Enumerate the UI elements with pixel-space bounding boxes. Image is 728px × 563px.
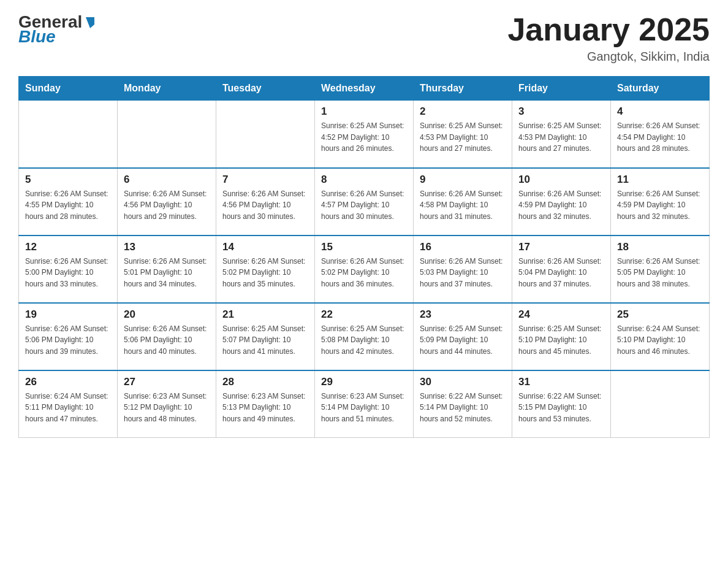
day-number: 4 bbox=[617, 105, 703, 118]
day-info: Sunrise: 6:26 AM Sunset: 5:06 PM Dayligh… bbox=[124, 323, 210, 358]
day-info: Sunrise: 6:26 AM Sunset: 4:57 PM Dayligh… bbox=[321, 188, 407, 223]
calendar-cell-w4-d1: 19Sunrise: 6:26 AM Sunset: 5:06 PM Dayli… bbox=[19, 303, 118, 370]
day-number: 12 bbox=[25, 241, 111, 253]
day-number: 3 bbox=[518, 105, 604, 118]
calendar-cell-w4-d5: 23Sunrise: 6:25 AM Sunset: 5:09 PM Dayli… bbox=[414, 303, 512, 370]
day-number: 2 bbox=[420, 105, 506, 118]
day-info: Sunrise: 6:22 AM Sunset: 5:15 PM Dayligh… bbox=[518, 391, 604, 425]
calendar-cell-w4-d4: 22Sunrise: 6:25 AM Sunset: 5:08 PM Dayli… bbox=[315, 303, 414, 370]
day-number: 14 bbox=[222, 241, 308, 253]
calendar-week-5: 26Sunrise: 6:24 AM Sunset: 5:11 PM Dayli… bbox=[19, 370, 710, 438]
day-number: 28 bbox=[222, 376, 308, 388]
calendar-cell-w1-d2 bbox=[118, 101, 216, 168]
calendar-cell-w3-d7: 18Sunrise: 6:26 AM Sunset: 5:05 PM Dayli… bbox=[611, 236, 710, 303]
calendar-week-3: 12Sunrise: 6:26 AM Sunset: 5:00 PM Dayli… bbox=[19, 236, 710, 303]
header-sunday: Sunday bbox=[19, 77, 118, 101]
calendar-cell-w4-d6: 24Sunrise: 6:25 AM Sunset: 5:10 PM Dayli… bbox=[512, 303, 611, 370]
day-info: Sunrise: 6:25 AM Sunset: 4:53 PM Dayligh… bbox=[420, 120, 506, 155]
day-number: 17 bbox=[518, 241, 604, 253]
day-info: Sunrise: 6:26 AM Sunset: 4:55 PM Dayligh… bbox=[25, 188, 111, 223]
calendar-cell-w4-d7: 25Sunrise: 6:24 AM Sunset: 5:10 PM Dayli… bbox=[611, 303, 710, 370]
header-saturday: Saturday bbox=[611, 77, 710, 101]
calendar-cell-w1-d3 bbox=[216, 101, 315, 168]
day-number: 11 bbox=[617, 174, 703, 186]
day-info: Sunrise: 6:23 AM Sunset: 5:13 PM Dayligh… bbox=[222, 391, 308, 425]
day-info: Sunrise: 6:22 AM Sunset: 5:14 PM Dayligh… bbox=[420, 391, 506, 425]
location-label: Gangtok, Sikkim, India bbox=[507, 50, 710, 64]
day-info: Sunrise: 6:24 AM Sunset: 5:11 PM Dayligh… bbox=[25, 391, 111, 425]
day-number: 29 bbox=[321, 376, 407, 388]
calendar-cell-w3-d6: 17Sunrise: 6:26 AM Sunset: 5:04 PM Dayli… bbox=[512, 236, 611, 303]
calendar-cell-w3-d2: 13Sunrise: 6:26 AM Sunset: 5:01 PM Dayli… bbox=[118, 236, 216, 303]
day-number: 18 bbox=[617, 241, 703, 253]
calendar-cell-w1-d7: 4Sunrise: 6:26 AM Sunset: 4:54 PM Daylig… bbox=[611, 101, 710, 168]
title-block: January 2025 Gangtok, Sikkim, India bbox=[507, 12, 710, 64]
day-number: 16 bbox=[420, 241, 506, 253]
day-info: Sunrise: 6:24 AM Sunset: 5:10 PM Dayligh… bbox=[617, 323, 703, 358]
day-number: 20 bbox=[124, 308, 210, 321]
header-thursday: Thursday bbox=[414, 77, 512, 101]
day-number: 9 bbox=[420, 174, 506, 186]
day-info: Sunrise: 6:25 AM Sunset: 5:10 PM Dayligh… bbox=[518, 323, 604, 358]
calendar-cell-w1-d6: 3Sunrise: 6:25 AM Sunset: 4:53 PM Daylig… bbox=[512, 101, 611, 168]
svg-marker-0 bbox=[86, 17, 94, 28]
calendar-cell-w3-d5: 16Sunrise: 6:26 AM Sunset: 5:03 PM Dayli… bbox=[414, 236, 512, 303]
day-number: 26 bbox=[25, 376, 111, 388]
calendar-cell-w5-d6: 31Sunrise: 6:22 AM Sunset: 5:15 PM Dayli… bbox=[512, 370, 611, 438]
day-number: 19 bbox=[25, 308, 111, 321]
day-info: Sunrise: 6:26 AM Sunset: 5:02 PM Dayligh… bbox=[222, 256, 308, 290]
calendar-cell-w1-d4: 1Sunrise: 6:25 AM Sunset: 4:52 PM Daylig… bbox=[315, 101, 414, 168]
calendar-cell-w4-d2: 20Sunrise: 6:26 AM Sunset: 5:06 PM Dayli… bbox=[118, 303, 216, 370]
calendar-week-4: 19Sunrise: 6:26 AM Sunset: 5:06 PM Dayli… bbox=[19, 303, 710, 370]
calendar-cell-w5-d2: 27Sunrise: 6:23 AM Sunset: 5:12 PM Dayli… bbox=[118, 370, 216, 438]
header-wednesday: Wednesday bbox=[315, 77, 414, 101]
calendar-cell-w3-d3: 14Sunrise: 6:26 AM Sunset: 5:02 PM Dayli… bbox=[216, 236, 315, 303]
day-info: Sunrise: 6:26 AM Sunset: 4:59 PM Dayligh… bbox=[518, 188, 604, 223]
calendar-cell-w5-d5: 30Sunrise: 6:22 AM Sunset: 5:14 PM Dayli… bbox=[414, 370, 512, 438]
calendar-cell-w5-d4: 29Sunrise: 6:23 AM Sunset: 5:14 PM Dayli… bbox=[315, 370, 414, 438]
calendar-cell-w2-d6: 10Sunrise: 6:26 AM Sunset: 4:59 PM Dayli… bbox=[512, 168, 611, 236]
day-info: Sunrise: 6:25 AM Sunset: 5:07 PM Dayligh… bbox=[222, 323, 308, 358]
day-number: 13 bbox=[124, 241, 210, 253]
header-monday: Monday bbox=[118, 77, 216, 101]
calendar-cell-w3-d4: 15Sunrise: 6:26 AM Sunset: 5:02 PM Dayli… bbox=[315, 236, 414, 303]
day-number: 15 bbox=[321, 241, 407, 253]
calendar-cell-w2-d3: 7Sunrise: 6:26 AM Sunset: 4:56 PM Daylig… bbox=[216, 168, 315, 236]
logo-text-blue: Blue bbox=[18, 27, 56, 47]
page-header: General Blue January 2025 Gangtok, Sikki… bbox=[18, 12, 710, 64]
day-info: Sunrise: 6:26 AM Sunset: 4:54 PM Dayligh… bbox=[617, 120, 703, 155]
calendar-table: Sunday Monday Tuesday Wednesday Thursday… bbox=[18, 76, 710, 438]
day-number: 30 bbox=[420, 376, 506, 388]
calendar-cell-w3-d1: 12Sunrise: 6:26 AM Sunset: 5:00 PM Dayli… bbox=[19, 236, 118, 303]
day-number: 21 bbox=[222, 308, 308, 321]
day-number: 22 bbox=[321, 308, 407, 321]
day-info: Sunrise: 6:25 AM Sunset: 4:53 PM Dayligh… bbox=[518, 120, 604, 155]
day-number: 8 bbox=[321, 174, 407, 186]
day-number: 1 bbox=[321, 105, 407, 118]
day-info: Sunrise: 6:23 AM Sunset: 5:12 PM Dayligh… bbox=[124, 391, 210, 425]
day-info: Sunrise: 6:26 AM Sunset: 4:59 PM Dayligh… bbox=[617, 188, 703, 223]
day-info: Sunrise: 6:26 AM Sunset: 5:06 PM Dayligh… bbox=[25, 323, 111, 358]
calendar-cell-w2-d2: 6Sunrise: 6:26 AM Sunset: 4:56 PM Daylig… bbox=[118, 168, 216, 236]
day-number: 7 bbox=[222, 174, 308, 186]
logo: General Blue bbox=[18, 12, 97, 47]
month-title: January 2025 bbox=[507, 12, 710, 47]
calendar-week-1: 1Sunrise: 6:25 AM Sunset: 4:52 PM Daylig… bbox=[19, 101, 710, 168]
day-info: Sunrise: 6:26 AM Sunset: 4:56 PM Dayligh… bbox=[124, 188, 210, 223]
day-info: Sunrise: 6:26 AM Sunset: 5:00 PM Dayligh… bbox=[25, 256, 111, 290]
calendar-cell-w2-d4: 8Sunrise: 6:26 AM Sunset: 4:57 PM Daylig… bbox=[315, 168, 414, 236]
calendar-cell-w5-d1: 26Sunrise: 6:24 AM Sunset: 5:11 PM Dayli… bbox=[19, 370, 118, 438]
calendar-cell-w2-d5: 9Sunrise: 6:26 AM Sunset: 4:58 PM Daylig… bbox=[414, 168, 512, 236]
calendar-week-2: 5Sunrise: 6:26 AM Sunset: 4:55 PM Daylig… bbox=[19, 168, 710, 236]
day-info: Sunrise: 6:26 AM Sunset: 5:03 PM Dayligh… bbox=[420, 256, 506, 290]
day-info: Sunrise: 6:26 AM Sunset: 5:01 PM Dayligh… bbox=[124, 256, 210, 290]
day-number: 23 bbox=[420, 308, 506, 321]
day-info: Sunrise: 6:23 AM Sunset: 5:14 PM Dayligh… bbox=[321, 391, 407, 425]
header-friday: Friday bbox=[512, 77, 611, 101]
day-info: Sunrise: 6:26 AM Sunset: 5:04 PM Dayligh… bbox=[518, 256, 604, 290]
calendar-cell-w1-d5: 2Sunrise: 6:25 AM Sunset: 4:53 PM Daylig… bbox=[414, 101, 512, 168]
calendar-cell-w2-d7: 11Sunrise: 6:26 AM Sunset: 4:59 PM Dayli… bbox=[611, 168, 710, 236]
calendar-cell-w1-d1 bbox=[19, 101, 118, 168]
day-number: 27 bbox=[124, 376, 210, 388]
day-number: 10 bbox=[518, 174, 604, 186]
